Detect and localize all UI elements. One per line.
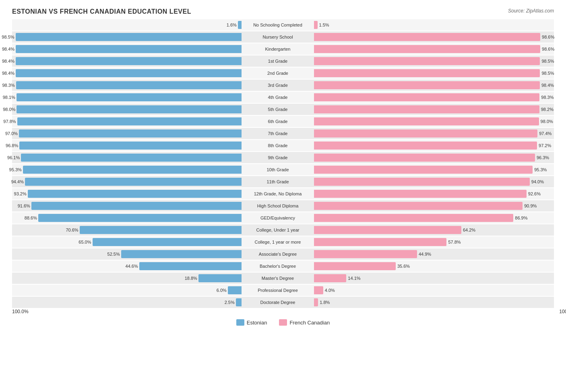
right-section: 92.6%: [314, 188, 543, 199]
right-section: 4.0%: [314, 285, 543, 296]
right-value: 1.8%: [320, 300, 330, 305]
right-section: 90.9%: [314, 200, 543, 211]
left-value: 70.6%: [62, 228, 78, 232]
category-label: Doctorate Degree: [242, 300, 314, 305]
left-section: 98.3%: [12, 80, 242, 91]
left-section: 88.6%: [12, 212, 242, 224]
right-section: 57.8%: [314, 236, 543, 248]
right-value: 98.5%: [541, 71, 554, 76]
left-value: 98.4%: [0, 71, 14, 76]
table-row: 98.4% 2nd Grade 98.5%: [12, 68, 554, 79]
left-section: 98.4%: [12, 55, 242, 67]
right-section: 98.3%: [314, 92, 543, 103]
left-value: 95.3%: [5, 167, 22, 172]
bar-left: 70.6%: [80, 226, 242, 234]
x-label-right: 100.0%: [334, 309, 566, 314]
legend-label-estonian: Estonian: [247, 320, 267, 326]
left-value: 52.5%: [103, 252, 120, 257]
left-value: 18.8%: [180, 276, 197, 281]
bar-left: 65.0%: [93, 238, 242, 246]
bar-left: 91.6%: [31, 202, 242, 210]
category-label: 9th Grade: [242, 155, 314, 160]
right-value: 97.4%: [539, 131, 552, 136]
category-label: Kindergarten: [242, 47, 314, 51]
left-section: 97.0%: [12, 128, 242, 139]
category-label: College, Under 1 year: [242, 228, 314, 232]
left-section: 44.6%: [12, 261, 242, 272]
right-value: 98.2%: [541, 107, 554, 112]
table-row: 44.6% Bachelor's Degree 35.6%: [12, 261, 554, 272]
left-value: 93.2%: [10, 191, 27, 196]
left-section: 2.5%: [12, 297, 242, 308]
left-value: 65.0%: [74, 240, 91, 244]
table-row: 98.4% 1st Grade 98.5%: [12, 55, 554, 67]
left-value: 98.5%: [0, 35, 14, 39]
right-value: 86.9%: [515, 215, 527, 220]
left-section: 1.6%: [12, 19, 242, 31]
left-section: 98.4%: [12, 68, 242, 79]
right-value: 97.2%: [539, 143, 551, 148]
bar-left: 52.5%: [121, 250, 242, 258]
left-section: 96.1%: [12, 152, 242, 163]
table-row: 65.0% College, 1 year or more 57.8%: [12, 236, 554, 248]
bar-left: 2.5%: [236, 298, 242, 306]
french-canadian-color-box: [279, 319, 287, 326]
bar-left: 98.4%: [16, 57, 242, 65]
table-row: 94.4% 11th Grade 94.0%: [12, 176, 554, 187]
bar-left: 98.4%: [16, 45, 242, 53]
left-section: 91.6%: [12, 200, 242, 211]
table-row: 88.6% GED/Equivalency 86.9%: [12, 212, 554, 224]
bar-right: 44.9%: [314, 250, 417, 258]
bar-left: 96.1%: [21, 154, 242, 162]
legend: Estonian French Canadian: [12, 319, 554, 326]
left-section: 98.5%: [12, 31, 242, 43]
source-label: Source: ZipAtlas.com: [508, 8, 554, 14]
legend-label-french-canadian: French Canadian: [289, 320, 330, 326]
table-row: 1.6% No Schooling Completed 1.5%: [12, 19, 554, 31]
right-value: 98.3%: [541, 95, 554, 100]
right-value: 98.4%: [541, 83, 554, 88]
bar-right: 96.3%: [314, 154, 535, 162]
table-row: 98.4% Kindergarten 98.6%: [12, 43, 554, 55]
chart-container: ESTONIAN VS FRENCH CANADIAN EDUCATION LE…: [0, 0, 566, 342]
table-row: 97.8% 6th Grade 98.0%: [12, 116, 554, 127]
right-section: 1.5%: [314, 19, 543, 31]
left-value: 98.3%: [0, 83, 15, 88]
right-section: 98.4%: [314, 80, 543, 91]
left-section: 6.0%: [12, 285, 242, 296]
bars-area: 1.6% No Schooling Completed 1.5% 98.5% N…: [12, 19, 554, 308]
right-section: 64.2%: [314, 224, 543, 236]
right-value: 94.0%: [531, 179, 544, 184]
right-value: 4.0%: [325, 288, 335, 293]
right-section: 98.6%: [314, 31, 543, 43]
bar-right: 35.6%: [314, 262, 396, 270]
bar-right: 90.9%: [314, 202, 523, 210]
category-label: 3rd Grade: [242, 83, 314, 88]
table-row: 96.1% 9th Grade 96.3%: [12, 152, 554, 163]
right-section: 35.6%: [314, 261, 543, 272]
table-row: 18.8% Master's Degree 14.1%: [12, 273, 554, 284]
bar-left: 98.0%: [17, 105, 242, 113]
table-row: 2.5% Doctorate Degree 1.8%: [12, 297, 554, 308]
right-value: 98.6%: [542, 47, 554, 51]
table-row: 98.5% Nursery School 98.6%: [12, 31, 554, 43]
left-value: 98.4%: [0, 47, 14, 51]
table-row: 52.5% Associate's Degree 44.9%: [12, 248, 554, 260]
left-value: 97.0%: [1, 131, 18, 136]
category-label: Associate's Degree: [242, 252, 314, 257]
bar-right: 97.2%: [314, 142, 537, 150]
category-label: 6th Grade: [242, 119, 314, 124]
right-value: 98.0%: [541, 119, 553, 124]
bar-right: 4.0%: [314, 286, 323, 294]
estonian-color-box: [236, 319, 244, 326]
right-value: 98.6%: [542, 35, 554, 39]
left-section: 18.8%: [12, 273, 242, 284]
right-value: 35.6%: [397, 264, 410, 269]
bar-left: 1.6%: [238, 21, 242, 29]
bar-left: 97.0%: [19, 129, 242, 138]
bar-right: 98.5%: [314, 57, 540, 65]
bar-right: 86.9%: [314, 214, 513, 222]
bar-left: 94.4%: [25, 178, 242, 186]
category-label: Master's Degree: [242, 276, 314, 281]
right-value: 98.5%: [541, 59, 554, 64]
